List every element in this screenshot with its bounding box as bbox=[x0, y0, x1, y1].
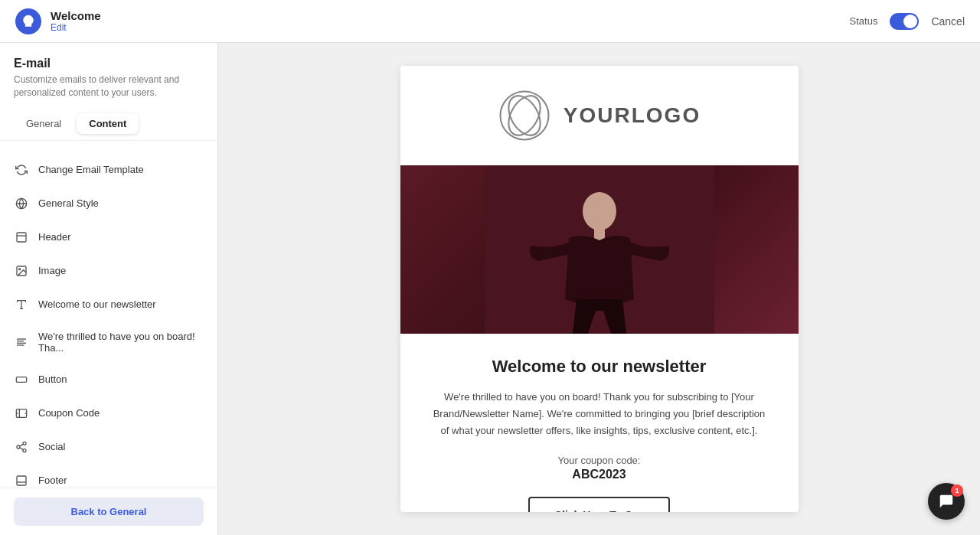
svg-rect-32 bbox=[594, 229, 605, 240]
sidebar-item-social[interactable]: Social bbox=[0, 430, 217, 464]
logo-text: YOURLOGO bbox=[564, 103, 701, 128]
cancel-button[interactable]: Cancel bbox=[931, 15, 965, 28]
email-logo: YOURLOGO bbox=[498, 89, 701, 142]
topbar-right: Status Cancel bbox=[850, 13, 965, 30]
sidebar-item-label: Coupon Code bbox=[38, 407, 100, 419]
sidebar-item-welcome-newsletter[interactable]: Welcome to our newsletter bbox=[0, 288, 217, 321]
app-title-group: Welcome Edit bbox=[51, 9, 101, 33]
email-hero-image bbox=[400, 165, 799, 334]
sidebar-item-change-email-template[interactable]: Change Email Template bbox=[0, 153, 217, 187]
sidebar-item-label: We're thrilled to have you on board! Tha… bbox=[38, 331, 204, 354]
sidebar-title: E-mail bbox=[14, 57, 204, 70]
sidebar-item-footer[interactable]: Footer bbox=[0, 464, 217, 488]
email-headline: Welcome to our newsletter bbox=[431, 357, 768, 377]
svg-rect-1 bbox=[17, 233, 26, 242]
sidebar-items: Change Email Template General Style Head… bbox=[0, 147, 217, 488]
sidebar-item-label: Button bbox=[38, 374, 67, 385]
button-icon bbox=[14, 372, 29, 387]
sidebar-item-label: Social bbox=[38, 441, 65, 452]
sidebar-description: Customize emails to deliver relevant and… bbox=[14, 73, 204, 99]
sidebar-item-label: Header bbox=[38, 231, 71, 243]
footer-icon bbox=[14, 473, 29, 488]
svg-point-17 bbox=[17, 445, 20, 449]
text-icon bbox=[14, 334, 29, 350]
sidebar-divider bbox=[0, 140, 217, 141]
sidebar-item-label: Change Email Template bbox=[38, 164, 144, 175]
layout-icon bbox=[14, 230, 29, 245]
main-layout: E-mail Customize emails to deliver relev… bbox=[0, 43, 980, 535]
heading-icon bbox=[14, 297, 29, 312]
svg-point-4 bbox=[19, 268, 21, 269]
refresh-icon bbox=[14, 162, 29, 178]
sidebar-item-label: Footer bbox=[38, 475, 67, 486]
svg-point-31 bbox=[583, 192, 616, 230]
svg-line-20 bbox=[20, 444, 24, 446]
email-body-text: We're thrilled to have you on board! Tha… bbox=[431, 389, 768, 439]
email-logo-section: YOURLOGO bbox=[400, 66, 799, 165]
cta-button[interactable]: Click Here To See bbox=[528, 497, 670, 512]
chat-icon bbox=[938, 493, 955, 510]
app-title: Welcome bbox=[51, 9, 101, 22]
hero-placeholder bbox=[400, 165, 799, 334]
email-body: Welcome to our newsletter We're thrilled… bbox=[400, 334, 799, 512]
globe-icon bbox=[14, 196, 29, 211]
sidebar-item-coupon-code[interactable]: Coupon Code bbox=[0, 396, 217, 430]
sidebar-item-button[interactable]: Button bbox=[0, 363, 217, 396]
app-logo bbox=[15, 8, 41, 34]
svg-point-18 bbox=[23, 449, 26, 452]
sidebar-item-general-style[interactable]: General Style bbox=[0, 187, 217, 220]
sidebar-item-image[interactable]: Image bbox=[0, 254, 217, 288]
tab-general[interactable]: General bbox=[14, 113, 74, 134]
back-to-general-button[interactable]: Back to General bbox=[14, 497, 204, 526]
svg-line-19 bbox=[20, 448, 24, 450]
share-icon bbox=[14, 439, 29, 455]
svg-point-16 bbox=[23, 442, 26, 445]
app-edit-link[interactable]: Edit bbox=[51, 22, 101, 33]
sidebar-item-header[interactable]: Header bbox=[0, 220, 217, 254]
sidebar-item-label: Image bbox=[38, 265, 66, 276]
content-area: YOURLOGO bbox=[218, 43, 980, 535]
sidebar-item-text-body[interactable]: We're thrilled to have you on board! Tha… bbox=[0, 321, 217, 363]
sidebar-bottom: Back to General bbox=[0, 488, 217, 535]
svg-rect-21 bbox=[17, 476, 26, 485]
email-preview: YOURLOGO bbox=[400, 66, 799, 512]
hero-figure-svg bbox=[400, 165, 799, 334]
chat-bubble[interactable]: 1 bbox=[928, 483, 965, 520]
ticket-icon bbox=[14, 406, 29, 421]
status-toggle[interactable] bbox=[890, 13, 919, 30]
logo-svg bbox=[498, 89, 551, 142]
svg-point-27 bbox=[500, 92, 548, 140]
image-icon bbox=[14, 263, 29, 279]
status-label: Status bbox=[850, 15, 878, 27]
toggle-knob bbox=[903, 15, 917, 28]
topbar: Welcome Edit Status Cancel bbox=[0, 0, 980, 43]
topbar-left: Welcome Edit bbox=[15, 8, 101, 34]
svg-rect-11 bbox=[16, 377, 26, 382]
sidebar-item-label: Welcome to our newsletter bbox=[38, 298, 156, 310]
chat-badge: 1 bbox=[951, 484, 963, 497]
sidebar: E-mail Customize emails to deliver relev… bbox=[0, 43, 218, 535]
tab-content[interactable]: Content bbox=[77, 113, 139, 134]
sidebar-tabs: General Content bbox=[0, 106, 217, 134]
coupon-label: Your coupon code: bbox=[431, 455, 768, 466]
coupon-section: Your coupon code: ABC2023 bbox=[431, 455, 768, 481]
sidebar-header: E-mail Customize emails to deliver relev… bbox=[0, 43, 217, 106]
coupon-code-value: ABC2023 bbox=[431, 468, 768, 481]
sidebar-item-label: General Style bbox=[38, 197, 99, 209]
